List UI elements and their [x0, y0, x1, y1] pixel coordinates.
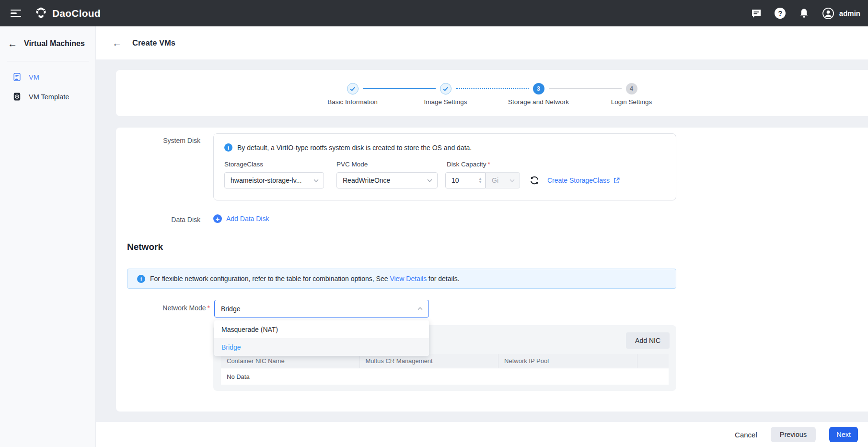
stepper-connector-dotted [456, 88, 529, 89]
sidebar-back-arrow-icon[interactable]: ← [8, 39, 17, 48]
step-label: Login Settings [611, 98, 652, 106]
user-avatar-icon[interactable] [822, 7, 834, 20]
pvc-mode-label: PVC Mode [336, 161, 368, 168]
sidebar-item-vm[interactable]: VM [0, 67, 95, 87]
step-number: 3 [533, 83, 544, 94]
banner-text: For flexible network configuration, refe… [150, 275, 460, 282]
required-asterisk: * [488, 161, 490, 168]
notification-bell-icon[interactable] [798, 7, 810, 20]
main-area: ← Create VMs Basic Information [96, 26, 868, 447]
sidebar-divider [7, 61, 89, 61]
page-title: Create VMs [132, 38, 175, 47]
previous-button[interactable]: Previous [771, 427, 816, 442]
step-done-check-icon [347, 83, 359, 94]
sidebar-item-label: VM [29, 73, 39, 81]
system-disk-info-text: By default, a VirtIO-type rootfs system … [237, 144, 472, 152]
nic-table-header: Container NIC Name Multus CR Management … [221, 354, 669, 368]
system-disk-label: System Disk [116, 137, 200, 144]
column-actions [637, 354, 669, 368]
form-card: System Disk i By default, a VirtIO-type … [116, 128, 868, 412]
pvc-mode-select[interactable]: ReadWriteOnce [336, 172, 438, 188]
sidebar-item-label: VM Template [29, 93, 69, 101]
storageclass-select[interactable]: hwameistor-storage-lv... [224, 172, 324, 188]
network-mode-label: Network Mode* [116, 304, 210, 312]
sidebar-item-vm-template[interactable]: VM Template [0, 87, 95, 106]
step-done-check-icon [440, 83, 451, 94]
brand: DaoCloud [35, 7, 101, 20]
data-disk-label: Data Disk [116, 216, 200, 224]
next-button[interactable]: Next [829, 427, 858, 442]
column-container-nic-name: Container NIC Name [221, 354, 360, 368]
stepper-card: Basic Information Image Settings 3 Stora… [116, 70, 868, 116]
daocloud-logo-icon [35, 7, 47, 20]
info-icon: i [224, 143, 232, 152]
system-disk-box: i By default, a VirtIO-type rootfs syste… [213, 133, 676, 200]
network-mode-dropdown: Masquerade (NAT) Bridge [214, 320, 429, 356]
network-mode-value: Bridge [221, 305, 240, 313]
disk-capacity-input[interactable]: 10 ▲▼ [445, 172, 486, 188]
info-icon: i [137, 275, 145, 283]
step-image-settings: Image Settings [440, 83, 451, 94]
capacity-unit-value: Gi [492, 176, 498, 184]
page-content: Basic Information Image Settings 3 Stora… [96, 59, 868, 422]
page-header: ← Create VMs [96, 26, 868, 59]
nic-table-empty-row: No Data [221, 368, 669, 385]
cancel-button[interactable]: Cancel [735, 431, 757, 439]
vm-icon [12, 72, 22, 82]
option-bridge[interactable]: Bridge [214, 338, 429, 356]
step-label: Image Settings [424, 98, 467, 106]
step-label: Basic Information [327, 98, 377, 106]
stepper-connector-solid [363, 88, 436, 89]
add-nic-button[interactable]: Add NIC [626, 332, 670, 349]
menu-toggle-icon[interactable] [11, 8, 21, 19]
pvc-mode-value: ReadWriteOnce [343, 176, 390, 184]
page-back-arrow-icon[interactable]: ← [112, 38, 122, 48]
topbar-actions: ? admin [750, 7, 868, 20]
chevron-down-icon [427, 179, 432, 182]
sidebar: ← Virtual Machines VM VM Template [0, 26, 96, 447]
stepper: Basic Information Image Settings 3 Stora… [347, 83, 637, 94]
add-data-disk-link[interactable]: + Add Data Disk [213, 214, 269, 223]
step-label: Storage and Network [508, 98, 569, 106]
sidebar-title: Virtual Machines [24, 39, 85, 48]
top-bar: DaoCloud ? admin [0, 0, 868, 26]
footer-bar: Cancel Previous Next [96, 422, 868, 447]
disk-capacity-label: Disk Capacity* [447, 161, 490, 168]
number-stepper[interactable]: ▲▼ [475, 173, 485, 188]
stepper-down-icon: ▼ [478, 180, 482, 184]
network-mode-select[interactable]: Bridge [214, 300, 429, 318]
option-masquerade-nat[interactable]: Masquerade (NAT) [214, 320, 429, 338]
step-login-settings: 4 Login Settings [626, 83, 637, 94]
storageclass-value: hwameistor-storage-lv... [231, 176, 301, 184]
network-info-banner: i For flexible network configuration, re… [127, 269, 676, 289]
vm-template-icon [12, 92, 22, 101]
chat-icon[interactable] [750, 7, 763, 20]
view-details-link[interactable]: View Details [390, 275, 427, 282]
step-storage-and-network: 3 Storage and Network [533, 83, 544, 94]
chevron-down-icon [509, 179, 515, 182]
disk-capacity-value: 10 [451, 176, 459, 184]
username[interactable]: admin [839, 9, 860, 17]
help-icon[interactable]: ? [774, 7, 787, 20]
refresh-icon[interactable] [529, 175, 540, 186]
step-basic-information: Basic Information [347, 83, 359, 94]
plus-icon: + [213, 214, 222, 223]
external-link-icon [613, 177, 620, 184]
chevron-down-icon [313, 179, 319, 182]
stepper-connector-gray [549, 88, 622, 89]
step-number: 4 [626, 83, 637, 94]
capacity-unit-select[interactable]: Gi [486, 172, 520, 188]
create-storageclass-link[interactable]: Create StorageClass [547, 176, 620, 184]
column-network-ip-pool: Network IP Pool [498, 354, 637, 368]
column-multus-cr-management: Multus CR Management [360, 354, 499, 368]
network-heading: Network [127, 242, 163, 252]
storageclass-label: StorageClass [224, 161, 263, 168]
brand-name: DaoCloud [52, 8, 101, 19]
chevron-up-icon [417, 307, 423, 310]
add-data-disk-label: Add Data Disk [226, 215, 269, 223]
no-data-text: No Data [227, 373, 250, 380]
nic-table: Container NIC Name Multus CR Management … [221, 354, 669, 385]
required-asterisk: * [208, 304, 210, 312]
